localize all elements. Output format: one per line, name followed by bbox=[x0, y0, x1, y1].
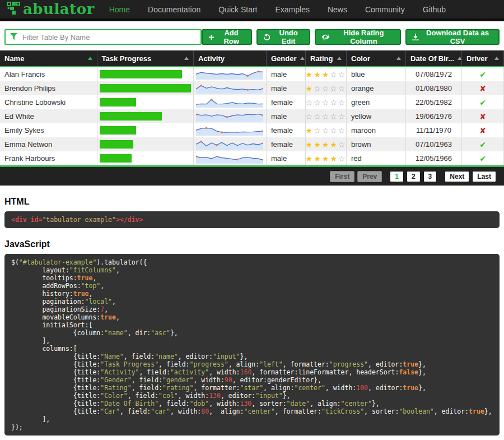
name-cell[interactable]: Christine Lobowski bbox=[0, 95, 97, 109]
color-cell[interactable]: maroon bbox=[347, 123, 406, 137]
page-button-1[interactable]: 1 bbox=[390, 171, 404, 182]
activity-cell[interactable] bbox=[194, 137, 267, 151]
progress-bar bbox=[100, 140, 133, 149]
column-header-name[interactable]: Name bbox=[0, 50, 97, 66]
activity-cell[interactable] bbox=[194, 95, 267, 109]
star-rating: ☆☆☆☆☆ bbox=[306, 113, 346, 121]
table-row[interactable]: Emma Netwonfemale★★★★☆brown07/10/1963✔ bbox=[0, 137, 504, 151]
progress-bar bbox=[100, 154, 132, 163]
column-header-label: Color bbox=[351, 54, 370, 63]
filter-input[interactable] bbox=[21, 33, 196, 42]
rating-cell[interactable]: ★★★☆☆ bbox=[306, 67, 347, 81]
progress-cell[interactable] bbox=[97, 81, 194, 95]
column-header-label: Activity bbox=[198, 54, 225, 63]
activity-cell[interactable] bbox=[194, 81, 267, 95]
table-row[interactable]: Christine Lobowskifemale☆☆☆☆☆green22/05/… bbox=[0, 95, 504, 109]
activity-cell[interactable] bbox=[194, 123, 267, 137]
page-button-last[interactable]: Last bbox=[472, 171, 496, 182]
table-row[interactable]: Emily Sykesfemale★☆☆☆☆maroon11/11/1970✘ bbox=[0, 123, 504, 137]
activity-sparkline bbox=[196, 112, 263, 122]
color-cell[interactable]: blue bbox=[347, 67, 406, 81]
name-cell[interactable]: Emma Netwon bbox=[0, 137, 97, 151]
dob-cell[interactable]: 22/05/1982 bbox=[406, 95, 462, 109]
sort-arrow-icon bbox=[300, 57, 305, 60]
table-row[interactable]: Ed Whitemale☆☆☆☆☆yellow19/06/1976✘ bbox=[0, 109, 504, 123]
driver-cell[interactable]: ✔ bbox=[462, 95, 504, 109]
activity-cell[interactable] bbox=[194, 151, 267, 165]
driver-cell[interactable]: ✘ bbox=[462, 109, 504, 123]
progress-cell[interactable] bbox=[97, 95, 194, 109]
driver-cell[interactable]: ✔ bbox=[462, 151, 504, 165]
table-row[interactable]: Brendon Philipsmale★☆☆☆☆orange01/08/1980… bbox=[0, 81, 504, 95]
star-rating: ★☆☆☆☆ bbox=[306, 85, 346, 92]
color-cell[interactable]: brown bbox=[347, 137, 406, 151]
tabulator-logo[interactable]: abulator bbox=[7, 2, 95, 17]
dob-cell[interactable]: 07/08/1972 bbox=[406, 67, 462, 81]
filter-box bbox=[4, 29, 202, 45]
name-cell[interactable]: Brendon Philips bbox=[0, 81, 97, 95]
gender-cell[interactable]: female bbox=[267, 137, 306, 151]
nav-item-github[interactable]: Github bbox=[423, 5, 446, 14]
progress-cell[interactable] bbox=[97, 137, 194, 151]
page-button-2[interactable]: 2 bbox=[407, 171, 421, 182]
gender-cell[interactable]: male bbox=[267, 109, 306, 123]
color-cell[interactable]: orange bbox=[347, 81, 406, 95]
rating-cell[interactable]: ☆☆☆☆☆ bbox=[306, 109, 347, 123]
color-cell[interactable]: yellow bbox=[347, 109, 406, 123]
driver-cell[interactable]: ✘ bbox=[462, 123, 504, 137]
gender-cell[interactable]: male bbox=[267, 67, 306, 81]
column-header-rating[interactable]: Rating bbox=[306, 50, 347, 66]
color-cell[interactable]: green bbox=[347, 95, 406, 109]
dob-cell[interactable]: 11/11/1970 bbox=[406, 123, 462, 137]
rating-cell[interactable]: ★★★★☆ bbox=[306, 137, 347, 151]
table-row[interactable]: Alan Francismale★★★☆☆blue07/08/1972✔ bbox=[0, 67, 504, 81]
dob-cell[interactable]: 12/05/1966 bbox=[406, 151, 462, 165]
driver-cell[interactable]: ✘ bbox=[462, 81, 504, 95]
gender-cell[interactable]: male bbox=[267, 151, 306, 165]
activity-cell[interactable] bbox=[194, 109, 267, 123]
column-header-driver[interactable]: Driver bbox=[462, 50, 504, 66]
nav-item-home[interactable]: Home bbox=[109, 5, 130, 14]
name-cell[interactable]: Frank Harbours bbox=[0, 151, 97, 165]
progress-cell[interactable] bbox=[97, 151, 194, 165]
undo-edit-button[interactable]: Undo Edit bbox=[256, 29, 310, 45]
column-header-date-of-bir[interactable]: Date Of Bir... bbox=[406, 50, 462, 66]
activity-cell[interactable] bbox=[194, 67, 267, 81]
column-header-activity[interactable]: Activity bbox=[194, 50, 267, 66]
rating-cell[interactable]: ★☆☆☆☆ bbox=[306, 123, 347, 137]
nav-item-quick-start[interactable]: Quick Start bbox=[218, 5, 257, 14]
driver-cell[interactable]: ✔ bbox=[462, 137, 504, 151]
name-cell[interactable]: Alan Francis bbox=[0, 67, 97, 81]
column-header-task-progress[interactable]: Task Progress bbox=[97, 50, 194, 66]
progress-cell[interactable] bbox=[97, 109, 194, 123]
color-cell[interactable]: red bbox=[347, 151, 406, 165]
gender-cell[interactable]: male bbox=[267, 81, 306, 95]
page-button-3[interactable]: 3 bbox=[423, 171, 437, 182]
nav-item-news[interactable]: News bbox=[328, 5, 347, 14]
gender-cell[interactable]: female bbox=[267, 95, 306, 109]
activity-sparkline bbox=[196, 154, 263, 164]
hide-rating-column-button[interactable]: Hide Rating Column bbox=[315, 29, 401, 45]
rating-cell[interactable]: ★☆☆☆☆ bbox=[306, 81, 347, 95]
rating-cell[interactable]: ★★★★☆ bbox=[306, 151, 347, 165]
nav-item-examples[interactable]: Examples bbox=[275, 5, 309, 14]
nav-item-community[interactable]: Community bbox=[365, 5, 405, 14]
dob-cell[interactable]: 01/08/1980 bbox=[406, 81, 462, 95]
dob-cell[interactable]: 07/10/1963 bbox=[406, 137, 462, 151]
driver-cell[interactable]: ✔ bbox=[462, 67, 504, 81]
column-header-color[interactable]: Color bbox=[347, 50, 406, 66]
name-cell[interactable]: Emily Sykes bbox=[0, 123, 97, 137]
progress-cell[interactable] bbox=[97, 123, 194, 137]
table-row[interactable]: Frank Harboursmale★★★★☆red12/05/1966✔ bbox=[0, 151, 504, 165]
page-button-next[interactable]: Next bbox=[445, 171, 469, 182]
add-row-button[interactable]: Add Row bbox=[202, 29, 252, 45]
download-csv-button[interactable]: Download Data as CSV bbox=[405, 29, 500, 45]
column-header-label: Driver bbox=[466, 54, 488, 63]
gender-cell[interactable]: female bbox=[267, 123, 306, 137]
name-cell[interactable]: Ed White bbox=[0, 109, 97, 123]
column-header-gender[interactable]: Gender bbox=[267, 50, 306, 66]
progress-cell[interactable] bbox=[97, 67, 194, 81]
dob-cell[interactable]: 19/06/1976 bbox=[406, 109, 462, 123]
nav-item-documentation[interactable]: Documentation bbox=[148, 5, 200, 14]
rating-cell[interactable]: ☆☆☆☆☆ bbox=[306, 95, 347, 109]
